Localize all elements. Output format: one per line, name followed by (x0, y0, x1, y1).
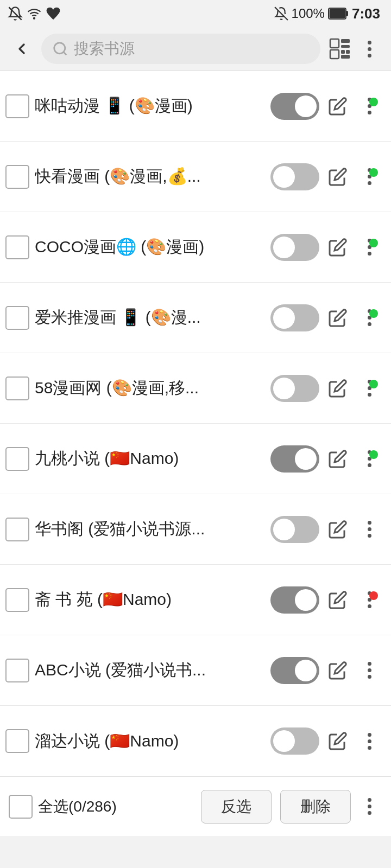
edit-icon (328, 731, 348, 751)
toggle-switch[interactable] (270, 93, 319, 120)
source-list: 咪咕动漫 📱 (🎨漫画) 快看漫画 (🎨漫画,💰... (0, 71, 391, 776)
search-bar[interactable]: 搜索书源 (41, 34, 320, 64)
edit-button[interactable] (325, 93, 351, 119)
item-label: 58漫画网 (🎨漫画,移... (35, 377, 265, 399)
toggle-knob (273, 237, 295, 258)
source-item: 九桃小说 (🇨🇳Namo) (0, 424, 391, 494)
item-checkbox[interactable] (5, 729, 29, 753)
toggle-switch[interactable] (270, 304, 319, 331)
wifi-icon (26, 7, 42, 21)
edit-button[interactable] (325, 164, 351, 190)
toggle-switch[interactable] (270, 163, 319, 190)
item-label: 快看漫画 (🎨漫画,💰... (35, 165, 265, 188)
edit-button[interactable] (325, 234, 351, 260)
toggle-knob (295, 448, 317, 470)
select-all-checkbox[interactable] (9, 795, 33, 819)
svg-rect-4 (346, 11, 348, 16)
more-button[interactable] (356, 587, 382, 613)
three-dots-vertical-icon (368, 733, 371, 750)
item-checkbox[interactable] (5, 306, 29, 330)
item-checkbox[interactable] (5, 165, 29, 189)
more-top-button[interactable] (356, 36, 382, 62)
status-left-icons (8, 6, 61, 21)
toggle-switch[interactable] (270, 586, 319, 614)
more-button[interactable] (356, 728, 382, 754)
toggle-switch[interactable] (270, 727, 319, 755)
item-label: 溜达小说 (🇨🇳Namo) (35, 730, 265, 752)
toggle-knob (273, 730, 295, 752)
edit-icon (328, 661, 348, 680)
source-item: 斋 书 苑 (🇨🇳Namo) (0, 565, 391, 635)
source-item: 溜达小说 (🇨🇳Namo) (0, 706, 391, 776)
back-button[interactable] (9, 36, 35, 62)
edit-icon (328, 238, 348, 257)
battery-icon (328, 8, 349, 20)
edit-button[interactable] (325, 658, 351, 684)
search-icon (52, 41, 68, 57)
bottom-three-dots-icon (368, 798, 371, 815)
toggle-knob (295, 95, 317, 117)
toggle-switch[interactable] (270, 375, 319, 402)
toggle-knob (273, 166, 295, 188)
item-label: 爱米推漫画 📱 (🎨漫... (35, 307, 265, 329)
more-button[interactable] (356, 93, 382, 119)
item-checkbox[interactable] (5, 447, 29, 471)
source-item: 爱米推漫画 📱 (🎨漫... (0, 283, 391, 353)
edit-button[interactable] (325, 587, 351, 613)
source-item: COCO漫画🌐 (🎨漫画) (0, 212, 391, 283)
edit-icon (328, 449, 348, 469)
three-dots-vertical-icon (368, 662, 371, 679)
toggle-knob (295, 660, 317, 681)
edit-button[interactable] (325, 305, 351, 331)
toggle-knob (273, 307, 295, 329)
item-checkbox[interactable] (5, 376, 29, 400)
delete-button[interactable]: 删除 (280, 790, 351, 824)
edit-button[interactable] (325, 375, 351, 401)
toggle-knob (273, 519, 295, 540)
invert-button[interactable]: 反选 (201, 790, 272, 824)
more-button[interactable] (356, 516, 382, 542)
status-dot-green (369, 239, 378, 247)
toggle-switch[interactable] (270, 516, 319, 543)
more-button[interactable] (356, 164, 382, 190)
more-button[interactable] (356, 234, 382, 260)
edit-icon (328, 97, 348, 116)
bottom-actions: 反选 删除 (122, 790, 351, 824)
svg-rect-12 (330, 50, 339, 59)
source-item: 58漫画网 (🎨漫画,移... (0, 353, 391, 424)
item-checkbox[interactable] (5, 94, 29, 118)
status-dot-red (369, 591, 378, 600)
edit-button[interactable] (325, 446, 351, 472)
more-button[interactable] (356, 375, 382, 401)
more-button[interactable] (356, 446, 382, 472)
svg-line-7 (64, 52, 66, 55)
svg-rect-13 (346, 50, 350, 54)
toggle-switch[interactable] (270, 657, 319, 684)
item-checkbox[interactable] (5, 235, 29, 259)
layout-icon-button[interactable] (327, 36, 353, 62)
item-checkbox[interactable] (5, 659, 29, 682)
svg-rect-9 (341, 39, 350, 43)
more-button[interactable] (356, 305, 382, 331)
bottom-more-button[interactable] (356, 794, 382, 820)
bell-off-icon (274, 7, 288, 21)
more-button[interactable] (356, 658, 382, 684)
source-item: 咪咕动漫 📱 (🎨漫画) (0, 71, 391, 142)
time-text: 7:03 (352, 5, 380, 22)
edit-button[interactable] (325, 516, 351, 542)
three-dots-icon (368, 41, 371, 58)
edit-icon (328, 379, 348, 398)
source-item: 华书阁 (爱猫小说书源... (0, 494, 391, 565)
item-checkbox[interactable] (5, 588, 29, 612)
top-bar: 搜索书源 (0, 27, 391, 71)
source-item: 快看漫画 (🎨漫画,💰... (0, 142, 391, 212)
three-dots-vertical-icon (368, 521, 371, 538)
toggle-switch[interactable] (270, 234, 319, 261)
bottom-bar: 全选(0/286) 反选 删除 (0, 776, 391, 836)
grid-view-icon (329, 38, 351, 60)
item-checkbox[interactable] (5, 518, 29, 541)
item-label: 九桃小说 (🇨🇳Namo) (35, 448, 265, 470)
edit-button[interactable] (325, 728, 351, 754)
status-dot-green (369, 380, 378, 388)
toggle-switch[interactable] (270, 445, 319, 473)
